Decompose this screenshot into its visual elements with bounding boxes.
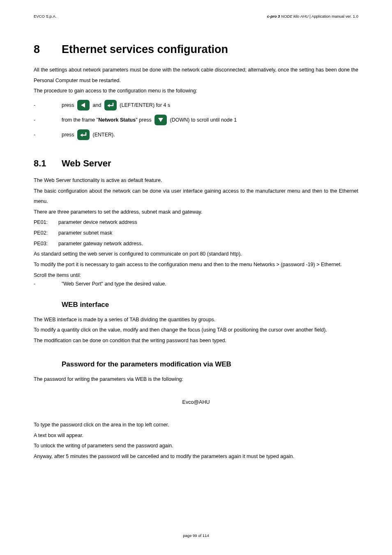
chapter-title: 8Ethernet services configuration bbox=[34, 43, 358, 56]
pw-p3: A text box will appear. bbox=[34, 431, 358, 441]
page-number: page 99 of 114 bbox=[183, 533, 209, 538]
step-3-post: (ENTER). bbox=[91, 132, 115, 138]
bullet-dash: - bbox=[34, 117, 48, 123]
param-desc: parameter device network address bbox=[58, 217, 137, 228]
pw-p2: To type the password click on the area i… bbox=[34, 420, 358, 431]
step-2: - from the frame "Network Status" press … bbox=[34, 114, 358, 126]
password-heading: Password for the parameters modification… bbox=[62, 360, 358, 368]
wi-p1: The WEB interface is made by a series of… bbox=[34, 315, 358, 325]
pw-p5: Anyway, after 5 minutes the password wil… bbox=[34, 451, 358, 462]
step-2-bold: Network Status bbox=[98, 117, 136, 123]
password-value: Evco@AHU bbox=[34, 399, 358, 405]
left-arrow-icon bbox=[77, 100, 90, 111]
svg-marker-2 bbox=[158, 118, 163, 122]
s81-b1-text: "Web Server Port" and type the desired v… bbox=[62, 281, 166, 287]
param-pe01: PE01: parameter device network address bbox=[34, 217, 358, 228]
step-1-mid: and bbox=[91, 103, 103, 108]
s81-p1: The Web Server functionality is active a… bbox=[34, 175, 358, 186]
enter-arrow-icon bbox=[77, 129, 90, 140]
chapter-name: Ethernet services configuration bbox=[62, 43, 228, 55]
header-product-bold: c-pro 3 bbox=[267, 14, 280, 18]
section-number: 8.1 bbox=[34, 158, 62, 169]
down-arrow-icon bbox=[154, 115, 167, 125]
param-code: PE03: bbox=[34, 239, 58, 249]
param-desc: parameter gateway network address. bbox=[58, 239, 143, 249]
param-code: PE01: bbox=[34, 217, 58, 228]
header-right: c-pro 3 NODE kilo AHU | Application manu… bbox=[267, 14, 358, 18]
step-3-pre: press bbox=[62, 132, 76, 138]
intro-p2: The procedure to gain access to the conf… bbox=[34, 86, 358, 97]
intro-p1: All the settings about network parameter… bbox=[34, 65, 358, 86]
pw-p4: To unlock the writing of parameters send… bbox=[34, 441, 358, 451]
step-1-post: (LEFT/ENTER) for 4 s bbox=[118, 103, 170, 108]
header-product-italic: NODE kilo AHU bbox=[280, 14, 308, 18]
s81-p4: As standard setting the web server is co… bbox=[34, 249, 358, 260]
param-desc: parameter subnet mask bbox=[58, 228, 112, 239]
step-3: - press (ENTER). bbox=[34, 129, 358, 141]
web-interface-heading: WEB interface bbox=[62, 301, 358, 309]
enter-arrow-icon bbox=[104, 100, 117, 111]
bullet-dash: - bbox=[34, 281, 48, 287]
step-1-pre: press bbox=[62, 103, 76, 108]
step-2-post: (DOWN) to scroll until node 1 bbox=[168, 117, 237, 123]
step-1: - press and (LEFT/ENTER) for 4 s bbox=[34, 99, 358, 111]
pw-p1: The password for writing the parameters … bbox=[34, 374, 358, 385]
page-footer: page 99 of 114 bbox=[0, 533, 392, 538]
svg-marker-0 bbox=[81, 103, 85, 108]
step-2-pre: from the frame " bbox=[62, 117, 98, 123]
svg-marker-3 bbox=[80, 134, 83, 137]
param-pe02: PE02: parameter subnet mask bbox=[34, 228, 358, 239]
s81-p5: To modify the port it is necessary to ga… bbox=[34, 260, 358, 270]
section-8-1-title: 8.1Web Server bbox=[34, 158, 358, 169]
wi-p3: The modification can be done on conditio… bbox=[34, 336, 358, 346]
section-name: Web Server bbox=[62, 158, 111, 168]
wi-p2: To modify a quantity click on the value,… bbox=[34, 325, 358, 336]
page-header: EVCO S.p.A. c-pro 3 NODE kilo AHU | Appl… bbox=[34, 14, 358, 18]
s81-p2: The basic configuration about the networ… bbox=[34, 186, 358, 207]
param-pe03: PE03: parameter gateway network address. bbox=[34, 239, 358, 249]
chapter-number: 8 bbox=[34, 43, 62, 56]
s81-p3: There are three parameters to set the ad… bbox=[34, 207, 358, 218]
step-2-mid: " press bbox=[136, 117, 153, 123]
header-left: EVCO S.p.A. bbox=[34, 14, 56, 18]
s81-bullet-1: - "Web Server Port" and type the desired… bbox=[34, 281, 358, 287]
s81-p6: Scroll the items until: bbox=[34, 270, 358, 281]
param-code: PE02: bbox=[34, 228, 58, 239]
bullet-dash: - bbox=[34, 103, 48, 108]
svg-marker-1 bbox=[107, 104, 110, 107]
bullet-dash: - bbox=[34, 132, 48, 138]
header-doc-info: | Application manual ver. 1.0 bbox=[309, 14, 358, 18]
